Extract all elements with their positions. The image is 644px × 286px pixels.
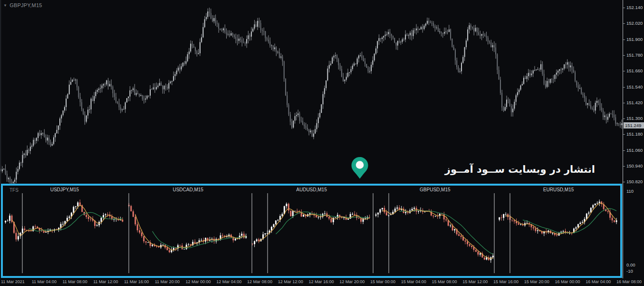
time-tick-label: 11 Mar 16:00 <box>124 279 149 284</box>
time-tick-label: 15 Mar 12:00 <box>462 279 488 284</box>
price-tick-label: 151.300 <box>626 116 643 121</box>
mini-chart-symbol-label: AUDUSD,M15 <box>296 187 327 192</box>
price-tick-mark <box>623 8 625 8</box>
current-price-tag: 151.249 <box>624 122 644 128</box>
time-axis[interactable]: 11 Mar 202111 Mar 04:0011 Mar 08:0011 Ma… <box>0 278 644 286</box>
price-tick-mark <box>623 87 625 88</box>
symbol-label-text: GBPJPY,M15 <box>10 2 42 8</box>
price-tick-label: 152.020 <box>626 20 643 26</box>
price-tick-label: 151.420 <box>626 100 643 105</box>
price-tick-mark <box>623 55 625 56</box>
price-tick-label: 151.540 <box>626 84 643 89</box>
time-tick-label: 15 Mar 20:00 <box>524 279 549 284</box>
time-tick-label: 15 Mar 04:00 <box>401 279 426 284</box>
time-tick-label: 12 Mar 04:00 <box>216 279 241 284</box>
chart-left-frame-line <box>0 0 1 184</box>
price-tick-mark <box>623 182 625 182</box>
price-tick-mark <box>623 23 625 24</box>
price-tick-label: 151.660 <box>626 68 643 73</box>
price-tick-mark <box>623 39 625 40</box>
price-tick-mark <box>623 134 625 135</box>
mini-chart-symbol-label: GBPUSD,M15 <box>420 187 450 192</box>
tfs-mini-charts[interactable] <box>3 186 620 276</box>
time-tick-label: 12 Mar 20:00 <box>339 279 365 284</box>
symbol-label: ▼GBPJPY,M15 <box>3 2 42 8</box>
time-tick-label: 11 Mar 08:00 <box>63 279 87 284</box>
price-tick-label: 151.180 <box>626 131 643 137</box>
watermark-text: انتشار در وبسایت ســود آمــوز <box>445 164 595 175</box>
time-tick-label: 16 Mar 08:00 <box>616 279 642 284</box>
price-tick-mark <box>623 103 625 103</box>
time-tick-label: 16 Mar 00:00 <box>555 279 580 284</box>
price-tick-label: 151.900 <box>626 37 643 42</box>
time-tick-label: 12 Mar 00:00 <box>186 279 211 284</box>
price-tick-label: 151.780 <box>626 52 643 58</box>
subwindow-scale-below-zero: -10 <box>626 268 633 274</box>
main-candlestick-chart[interactable] <box>0 0 623 185</box>
price-tick-mark <box>623 71 625 71</box>
price-axis[interactable]: 151.249 110 0.00 -10 152.140152.020151.9… <box>623 0 644 278</box>
mini-chart-symbol-label: EURUSD,M15 <box>543 187 574 192</box>
mini-chart-symbol-label: USDCAD,M15 <box>173 187 203 192</box>
price-tick-label: 150.940 <box>626 163 643 168</box>
time-tick-label: 16 Mar 04:00 <box>586 279 611 284</box>
mt4-chart-window: ▼GBPJPY,M15 انتشار در وبسایت ســود آمــو… <box>0 0 644 286</box>
subwindow-scale-zero: 0.00 <box>626 262 635 267</box>
time-tick-label: 15 Mar 16:00 <box>493 279 519 284</box>
price-tick-label: 151.060 <box>626 148 643 153</box>
symbol-dropdown-icon[interactable]: ▼ <box>3 3 7 8</box>
indicator-name-label: TFS <box>10 187 19 193</box>
time-tick-label: 11 Mar 20:00 <box>155 279 180 284</box>
price-tick-mark <box>623 166 625 167</box>
price-tick-label: 150.820 <box>626 179 643 184</box>
location-pin-icon <box>351 157 369 180</box>
time-tick-label: 11 Mar 2021 <box>1 279 25 284</box>
time-tick-label: 15 Mar 00:00 <box>370 279 395 284</box>
mini-chart-symbol-label: USDJPY,M15 <box>50 187 79 192</box>
price-tick-label: 152.140 <box>626 5 643 10</box>
subwindow-scale-top: 110 <box>626 188 634 194</box>
price-tick-mark <box>623 150 625 151</box>
time-tick-label: 12 Mar 16:00 <box>309 279 334 284</box>
time-tick-label: 11 Mar 04:00 <box>32 279 57 284</box>
tfs-indicator-subwindow[interactable]: TFS USDJPY,M15USDCAD,M15AUDUSD,M15GBPUSD… <box>1 184 622 278</box>
time-tick-label: 12 Mar 12:00 <box>278 279 303 284</box>
time-tick-label: 15 Mar 08:00 <box>432 279 457 284</box>
price-tick-mark <box>623 118 625 119</box>
main-chart-pane[interactable]: ▼GBPJPY,M15 انتشار در وبسایت ســود آمــو… <box>0 0 623 185</box>
time-tick-label: 11 Mar 12:00 <box>93 279 118 284</box>
time-tick-label: 12 Mar 08:00 <box>247 279 272 284</box>
